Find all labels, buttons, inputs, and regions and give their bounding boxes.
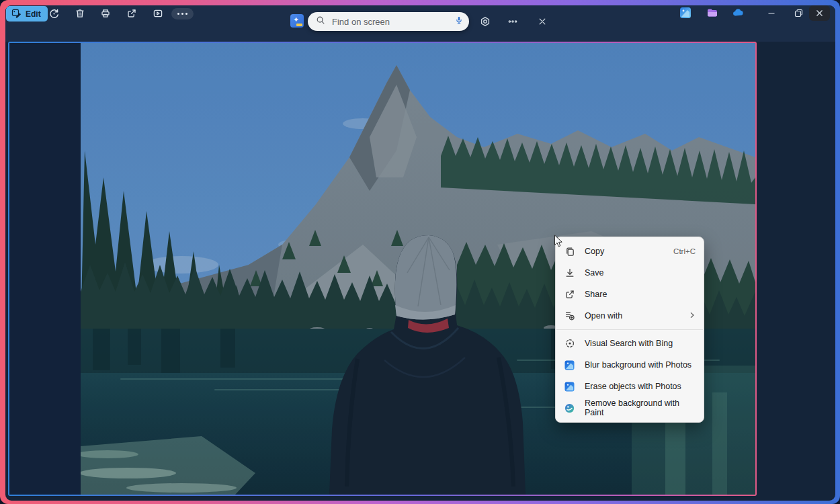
close-icon[interactable] [809, 5, 830, 21]
microphone-icon[interactable] [454, 15, 464, 28]
context-menu: Copy Ctrl+C Save Share Open with Visual … [555, 237, 704, 423]
menu-item-share[interactable]: Share [556, 284, 704, 305]
menu-item-erase-objects[interactable]: Erase objects with Photos [556, 376, 704, 397]
share-icon[interactable] [124, 7, 139, 20]
close-icon[interactable] [537, 16, 548, 27]
visual-search-icon [564, 338, 575, 349]
menu-item-save[interactable]: Save [556, 262, 704, 284]
rotate-icon[interactable] [46, 7, 61, 20]
photos-app-icon[interactable] [679, 7, 691, 19]
screen-content: Edit ✦ [5, 5, 835, 501]
edit-button[interactable]: Edit [6, 6, 48, 22]
photos-app-icon [564, 360, 575, 371]
share-icon [564, 289, 575, 300]
click-to-do-gradient-frame: Edit ✦ [0, 0, 840, 504]
menu-item-visual-search[interactable]: Visual Search with Bing [556, 333, 704, 354]
onedrive-icon[interactable] [732, 7, 744, 19]
click-to-do-icon: ✦ [290, 14, 304, 28]
paint-app-icon [564, 403, 575, 414]
copy-icon [564, 246, 575, 257]
find-on-screen-bar[interactable] [308, 12, 469, 31]
print-icon[interactable] [98, 7, 113, 20]
more-options-icon[interactable] [171, 8, 194, 19]
restore-icon[interactable] [789, 5, 808, 21]
menu-item-remove-background[interactable]: Remove background with Paint [556, 397, 704, 419]
submenu-chevron-icon [689, 311, 696, 321]
gallery-app-icon[interactable] [706, 7, 718, 19]
minimize-icon[interactable] [762, 5, 781, 21]
copilot-icon[interactable] [480, 16, 491, 27]
mouse-cursor [554, 235, 564, 251]
menu-item-copy[interactable]: Copy Ctrl+C [556, 241, 704, 262]
menu-item-open-with[interactable]: Open with [556, 305, 704, 327]
edit-button-label: Edit [26, 9, 41, 19]
delete-icon[interactable] [73, 7, 87, 20]
slideshow-icon[interactable] [151, 7, 165, 20]
shortcut-label: Ctrl+C [673, 247, 696, 255]
search-icon [316, 15, 325, 28]
search-input[interactable] [331, 16, 454, 28]
photos-app-icon [564, 381, 575, 392]
edit-image-icon [11, 8, 22, 20]
menu-item-blur-background[interactable]: Blur background with Photos [556, 354, 704, 376]
save-icon [564, 267, 575, 279]
open-with-icon [564, 310, 575, 322]
more-options-icon[interactable] [507, 16, 518, 27]
menu-separator [556, 329, 703, 330]
